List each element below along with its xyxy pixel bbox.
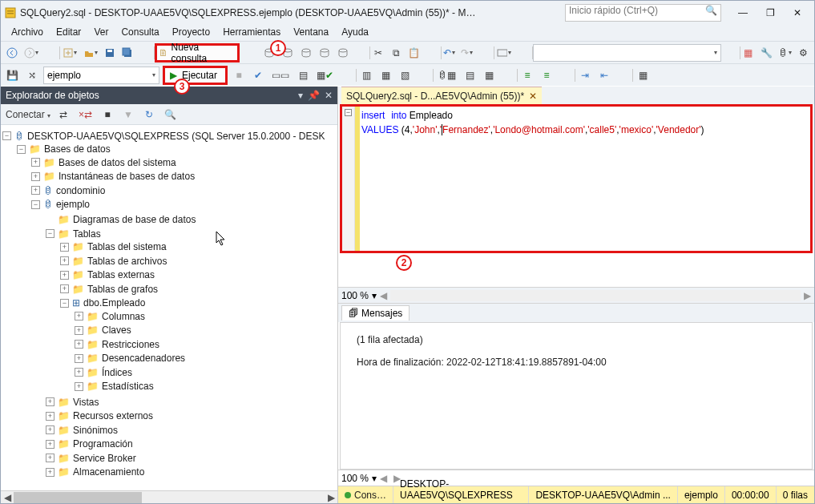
stop-button[interactable]: ■: [231, 67, 247, 84]
engine-btn-5[interactable]: [334, 44, 351, 62]
refresh-button[interactable]: ↻: [141, 106, 157, 123]
results-file-button[interactable]: ▦: [481, 67, 497, 84]
tablas-node[interactable]: Tablas: [73, 228, 101, 240]
comment-button[interactable]: ≡: [519, 67, 535, 84]
expand-icon[interactable]: +: [31, 158, 40, 167]
pro-node[interactable]: Programación: [73, 438, 133, 450]
quick-launch-input[interactable]: Inicio rápido (Ctrl+Q) 🔍: [565, 4, 721, 22]
ejemplo-node[interactable]: ejemplo: [56, 199, 90, 210]
settings-button[interactable]: ⚙: [795, 44, 811, 62]
stop-conn-button[interactable]: ■: [99, 106, 115, 123]
expand-icon[interactable]: +: [60, 284, 69, 293]
tsis-node[interactable]: Tablas del sistema: [87, 241, 167, 252]
menu-herramientas[interactable]: Herramientas: [217, 25, 286, 41]
expand-icon[interactable]: +: [75, 354, 83, 363]
expand-icon[interactable]: +: [46, 397, 54, 406]
parse-button[interactable]: ✔: [250, 67, 266, 84]
uncomment-button[interactable]: ≡: [539, 67, 555, 84]
specify-button[interactable]: ▦: [635, 67, 651, 84]
menu-editar[interactable]: Editar: [50, 25, 87, 41]
outdent-button[interactable]: ⇤: [596, 67, 612, 84]
col-node[interactable]: Columnas: [102, 311, 145, 322]
expand-icon[interactable]: +: [75, 340, 83, 349]
scroll-right-icon[interactable]: ▶: [325, 491, 337, 503]
redo-button[interactable]: ↷▾: [459, 44, 475, 62]
minimize-button[interactable]: —: [729, 3, 756, 22]
undo-button[interactable]: ↶▾: [442, 44, 458, 62]
tgra-node[interactable]: Tablas de grafos: [87, 284, 158, 295]
copy-button[interactable]: ⧉: [388, 44, 404, 62]
engine-btn-3[interactable]: [297, 44, 314, 62]
stats-button[interactable]: ▦✔: [314, 67, 336, 84]
tarc-node[interactable]: Tablas de archivos: [87, 256, 167, 267]
menu-ventana[interactable]: Ventana: [288, 25, 334, 41]
res-node[interactable]: Restricciones: [102, 339, 159, 350]
fold-icon[interactable]: −: [345, 109, 352, 116]
est-node[interactable]: Estadísticas: [102, 381, 154, 392]
sb-node[interactable]: Service Broker: [73, 453, 136, 464]
restore-button[interactable]: ❐: [756, 3, 784, 22]
plan-button[interactable]: ▭▭: [269, 67, 292, 84]
zoom-scrollbar[interactable]: [390, 290, 801, 301]
sin-node[interactable]: Sinónimos: [73, 425, 118, 436]
zoom-right-icon[interactable]: ▶: [804, 290, 811, 301]
zoom2-left-icon[interactable]: ◀: [380, 473, 387, 484]
cut-button[interactable]: ✂: [370, 44, 386, 62]
menu-archivo[interactable]: Archivo: [6, 25, 49, 41]
collapse-icon[interactable]: −: [2, 131, 11, 140]
disconnect-button[interactable]: ×⇄: [76, 106, 95, 123]
connect-obj-button[interactable]: ⇄: [55, 106, 71, 123]
collapse-icon[interactable]: −: [46, 229, 54, 238]
filter-button[interactable]: ▼: [120, 106, 136, 123]
expand-icon[interactable]: +: [75, 368, 83, 377]
nueva-consulta-button[interactable]: 🗎 Nueva consulta: [155, 43, 240, 62]
des-node[interactable]: Desencadenadores: [102, 353, 185, 364]
results-grid-button[interactable]: 🛢▦: [435, 67, 458, 84]
diag-node[interactable]: Diagramas de base de datos: [73, 214, 196, 225]
panel-close-icon[interactable]: ✕: [325, 90, 333, 101]
scroll-thumb[interactable]: [14, 492, 142, 503]
inst-node[interactable]: Instantáneas de bases de datos: [59, 171, 195, 182]
nav-back-button[interactable]: [4, 44, 20, 62]
condo-node[interactable]: condominio: [56, 185, 105, 196]
include-plan-button[interactable]: ▤: [295, 67, 311, 84]
rec-node[interactable]: Recursos externos: [73, 410, 153, 421]
expand-icon[interactable]: +: [60, 271, 69, 280]
zoom2-dd-icon[interactable]: ▾: [372, 473, 377, 484]
text-node[interactable]: Tablas externas: [87, 269, 155, 280]
menu-consulta[interactable]: Consulta: [115, 25, 164, 41]
open-button[interactable]: ▾: [81, 44, 100, 62]
expand-icon[interactable]: +: [31, 186, 40, 195]
ejecutar-button[interactable]: ▶ Ejecutar: [163, 66, 228, 85]
change-conn-button[interactable]: ⤭: [24, 67, 40, 84]
paste-button[interactable]: 📋: [405, 44, 422, 62]
expand-icon[interactable]: +: [46, 412, 54, 421]
vis-node[interactable]: Vistas: [73, 397, 99, 408]
zoom-dd-icon[interactable]: ▾: [372, 290, 377, 301]
mensajes-tab[interactable]: 🗐 Mensajes: [341, 305, 410, 321]
collapse-icon[interactable]: −: [60, 299, 69, 308]
expand-icon[interactable]: +: [46, 440, 54, 449]
cla-node[interactable]: Claves: [102, 325, 131, 336]
use-db-button[interactable]: 💾: [4, 67, 21, 84]
expand-icon[interactable]: +: [31, 172, 40, 181]
collapse-icon[interactable]: −: [17, 145, 26, 154]
activity-button[interactable]: ▦: [740, 44, 756, 62]
panel-dropdown-icon[interactable]: ▾: [298, 90, 303, 101]
menu-ayuda[interactable]: Ayuda: [336, 25, 374, 41]
zoom-left-icon[interactable]: ◀: [380, 290, 387, 301]
find-combo-button[interactable]: ▾: [494, 44, 514, 62]
nav-fwd-button[interactable]: ▾: [22, 44, 41, 62]
bases-node[interactable]: Bases de datos: [44, 143, 111, 155]
save-button[interactable]: [102, 44, 118, 62]
scroll-left-icon[interactable]: ◀: [1, 491, 14, 503]
collapse-icon[interactable]: −: [31, 200, 40, 209]
ind-node[interactable]: Índices: [102, 367, 132, 378]
tab-close-icon[interactable]: ✕: [529, 91, 537, 102]
bds-node[interactable]: Bases de datos del sistema: [59, 157, 176, 168]
expand-icon[interactable]: +: [46, 468, 54, 477]
tools-button[interactable]: 🔧: [758, 44, 774, 62]
opt2-button[interactable]: ▦: [377, 67, 393, 84]
expand-icon[interactable]: +: [46, 454, 54, 462]
search-oe-button[interactable]: 🔍: [162, 106, 179, 123]
